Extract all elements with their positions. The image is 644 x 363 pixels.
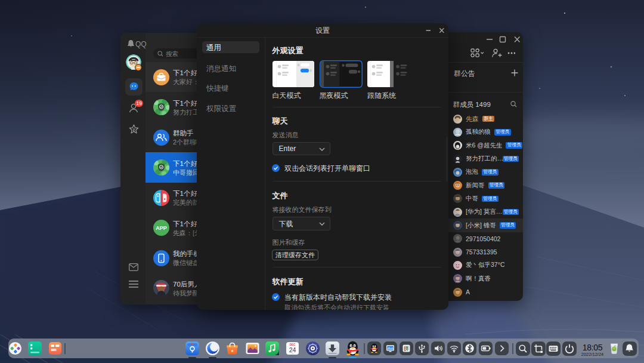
svg-text:拼: 拼 [403, 346, 409, 352]
svg-text:sat: sat [292, 353, 294, 355]
svg-text:APP: APP [156, 225, 167, 231]
svg-text:24: 24 [289, 346, 296, 353]
svg-text:QQ: QQ [135, 40, 147, 48]
